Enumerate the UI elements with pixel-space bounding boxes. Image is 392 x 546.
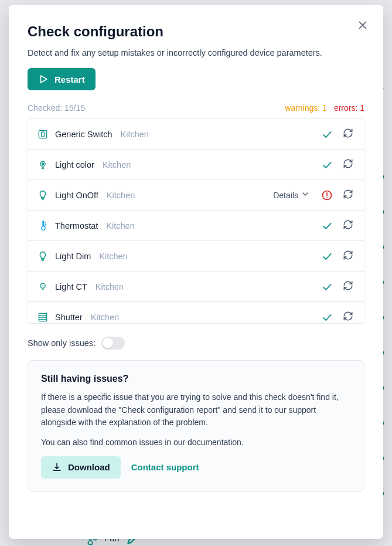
warnings-count: warnings: 1 xyxy=(285,103,327,113)
contact-support-link[interactable]: Contact support xyxy=(131,462,199,472)
check-config-modal: Check configuration Detect and fix any s… xyxy=(9,5,383,539)
refresh-icon xyxy=(343,131,353,140)
refresh-button[interactable] xyxy=(340,217,356,234)
check-icon xyxy=(319,127,335,142)
download-label: Download xyxy=(68,462,110,472)
device-row: KLight CTKitchen xyxy=(28,272,364,302)
device-room: Kitchen xyxy=(99,252,127,261)
toggle-knob xyxy=(103,338,113,348)
refresh-icon xyxy=(343,192,353,201)
refresh-icon xyxy=(343,284,353,293)
download-button[interactable]: Download xyxy=(41,456,121,479)
refresh-button[interactable] xyxy=(340,126,356,143)
restart-button[interactable]: Restart xyxy=(28,68,96,90)
refresh-icon xyxy=(343,162,353,171)
device-row: Light OnOffKitchenDetails xyxy=(28,180,364,211)
errors-count: errors: 1 xyxy=(334,103,364,113)
checked-count: Checked: 15/15 xyxy=(28,103,85,113)
device-room: Kitchen xyxy=(103,160,131,169)
device-name: Shutter xyxy=(55,313,83,322)
device-name: Light OnOff xyxy=(55,191,98,200)
shutter-icon xyxy=(36,311,49,324)
check-icon xyxy=(319,310,335,324)
chevron-down-icon xyxy=(301,189,310,201)
refresh-button[interactable] xyxy=(340,186,356,204)
device-room: Kitchen xyxy=(106,221,134,230)
modal-title: Check configuration xyxy=(28,23,364,40)
help-p1: If there is a specific issue that you ar… xyxy=(41,391,351,429)
help-card: Still having issues? If there is a speci… xyxy=(28,360,364,492)
details-button[interactable]: Details xyxy=(270,187,313,203)
restart-label: Restart xyxy=(54,74,85,84)
refresh-button[interactable] xyxy=(340,156,356,173)
svg-marker-1 xyxy=(41,76,47,83)
help-title: Still having issues? xyxy=(41,374,351,384)
warn-err-group: warnings: 1 errors: 1 xyxy=(285,103,364,113)
refresh-button[interactable] xyxy=(340,278,356,295)
error-icon xyxy=(319,188,335,203)
refresh-button[interactable] xyxy=(340,247,356,264)
help-p2: You can also find common issues in our d… xyxy=(41,436,351,449)
device-name: Generic Switch xyxy=(55,130,113,139)
download-icon xyxy=(52,462,62,473)
show-issues-toggle[interactable] xyxy=(101,337,125,350)
close-button[interactable] xyxy=(353,15,373,37)
check-icon xyxy=(319,157,335,172)
help-actions: Download Contact support xyxy=(41,456,351,479)
svg-rect-3 xyxy=(42,131,45,136)
svg-point-5 xyxy=(42,162,43,164)
refresh-button[interactable] xyxy=(340,308,356,324)
device-name: Light color xyxy=(55,160,94,169)
bulb-color-icon xyxy=(36,158,49,171)
device-row: ThermostatKitchen xyxy=(28,211,364,241)
device-row: ShutterKitchen xyxy=(28,302,364,324)
device-row: Generic SwitchKitchen xyxy=(28,119,364,150)
refresh-icon xyxy=(343,253,353,262)
close-icon xyxy=(356,19,369,32)
bulb-icon xyxy=(36,250,49,263)
device-list[interactable]: Generic SwitchKitchenLight colorKitchenL… xyxy=(28,118,364,324)
bulb-ct-icon: K xyxy=(36,280,49,293)
modal-subtitle: Detect and fix any setup mistakes or inc… xyxy=(28,48,364,57)
check-icon xyxy=(319,279,335,294)
thermo-icon xyxy=(36,219,49,232)
bulb-icon xyxy=(36,189,49,202)
show-issues-label: Show only issues: xyxy=(28,338,96,348)
show-issues-row: Show only issues: xyxy=(28,337,364,350)
device-row: Light colorKitchen xyxy=(28,150,364,180)
device-name: Thermostat xyxy=(55,221,98,230)
play-icon xyxy=(38,74,49,84)
summary-row: Checked: 15/15 warnings: 1 errors: 1 xyxy=(28,103,364,113)
device-name: Light CT xyxy=(55,282,87,291)
device-room: Kitchen xyxy=(121,130,149,139)
check-icon xyxy=(319,218,335,233)
switch-icon xyxy=(36,128,49,141)
svg-text:K: K xyxy=(42,284,44,287)
details-label: Details xyxy=(273,191,298,200)
device-name: Light Dim xyxy=(55,252,91,261)
refresh-icon xyxy=(343,314,353,323)
device-room: Kitchen xyxy=(91,313,119,322)
device-row: Light DimKitchen xyxy=(28,241,364,272)
device-room: Kitchen xyxy=(107,191,135,200)
check-icon xyxy=(319,249,335,264)
refresh-icon xyxy=(343,223,353,232)
device-room: Kitchen xyxy=(96,282,124,291)
